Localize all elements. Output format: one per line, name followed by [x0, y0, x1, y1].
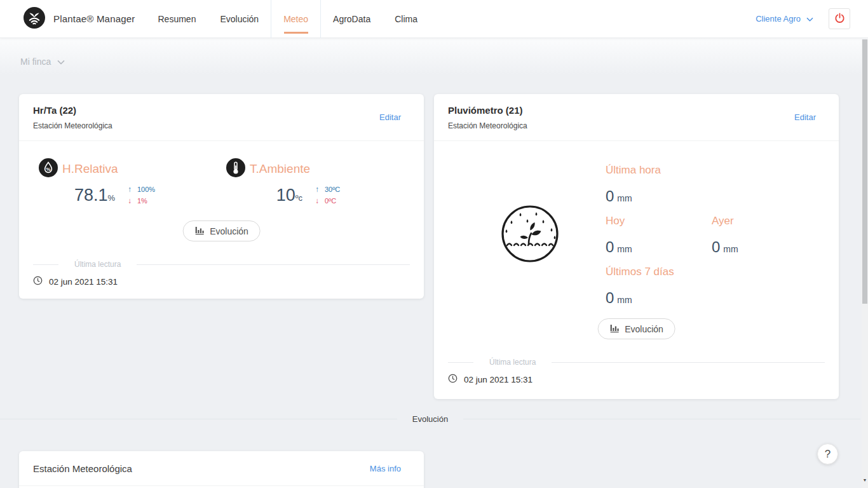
humidity-sensor: % H.Relativa 78.1% ↑ 100%: [39, 158, 155, 205]
brand-name: Plantae® Manager: [53, 13, 135, 24]
last-hour-value: 0 mm: [606, 188, 828, 207]
temperature-icon: [226, 158, 245, 180]
yesterday-value: 0 mm: [712, 239, 818, 257]
timestamp-value: 02 jun 2021 15:31: [464, 375, 532, 384]
last-reading-label: Última lectura: [74, 260, 121, 269]
user-menu[interactable]: Cliente Agro: [756, 14, 813, 24]
last-reading-timestamp: 02 jun 2021 15:31: [33, 276, 118, 287]
clock-icon: [448, 374, 458, 385]
brand[interactable]: Plantae® Manager: [24, 7, 135, 31]
user-menu-label: Cliente Agro: [756, 14, 801, 24]
navbar-right: Cliente Agro: [756, 8, 850, 29]
min-value: 0ºC: [325, 197, 336, 205]
evolution-section-divider: Evolución: [0, 414, 860, 424]
last-hour-label: Última hora: [606, 164, 828, 177]
header-divider: [434, 140, 839, 141]
farm-selector[interactable]: Mi finca: [20, 57, 65, 67]
sensor-minmax: ↑ 100% ↓ 1%: [128, 185, 155, 205]
scrollbar-thumb[interactable]: [862, 39, 867, 304]
tab-agrodata[interactable]: AgroData: [321, 0, 383, 38]
edit-link[interactable]: Editar: [794, 112, 816, 122]
sensor-minmax: ↑ 30ºC ↓ 0ºC: [315, 185, 340, 205]
tab-meteo[interactable]: Meteo: [271, 0, 321, 38]
card-title: Pluviómetro (21): [448, 105, 527, 116]
power-icon: [834, 13, 845, 25]
station-info-card: Estación Meteorológica Más info: [19, 451, 424, 488]
header-divider: [19, 140, 424, 141]
bar-chart-icon: [194, 226, 204, 237]
timestamp-value: 02 jun 2021 15:31: [49, 277, 118, 287]
card-header: Estación Meteorológica Más info: [19, 451, 424, 486]
evolution-section-title: Evolución: [412, 414, 448, 424]
sensor-name: T.Ambiente: [250, 162, 310, 176]
last-reading-timestamp: 02 jun 2021 15:31: [448, 374, 532, 385]
rain-gauge-icon: [501, 205, 559, 263]
tab-clima[interactable]: Clima: [383, 0, 430, 38]
max-value: 30ºC: [325, 186, 340, 193]
temperature-sensor: T.Ambiente 10ºc ↑ 30ºC ↓ 0ºC: [226, 158, 340, 205]
sensor-value: 78.1%: [39, 186, 115, 205]
more-info-link[interactable]: Más info: [370, 464, 401, 473]
chevron-down-icon: [57, 57, 65, 67]
today-value: 0 mm: [606, 239, 712, 257]
scrollbar[interactable]: ▼: [862, 39, 868, 488]
tab-evolucion[interactable]: Evolución: [208, 0, 271, 38]
svg-text:%: %: [46, 166, 50, 172]
evolution-button[interactable]: Evolución: [182, 220, 261, 241]
today-label: Hoy: [606, 215, 712, 227]
sensor-card-hrta: Hr/Ta (22) Estación Meteorológica Editar…: [19, 94, 424, 299]
rain-readings: Última hora 0 mm Hoy 0 mm Ayer: [606, 164, 828, 316]
card-title: Hr/Ta (22): [33, 105, 112, 116]
arrow-up-icon: ↑: [128, 185, 132, 194]
sensor-name: H.Relativa: [62, 162, 118, 176]
min-value: 1%: [137, 197, 147, 205]
max-value: 100%: [137, 186, 155, 193]
arrow-down-icon: ↓: [128, 196, 132, 205]
last-reading-divider: Última lectura: [33, 260, 410, 269]
station-title: Estación Meteorológica: [33, 463, 132, 474]
sensor-value: 10ºc: [226, 186, 302, 205]
logout-button[interactable]: [829, 8, 850, 29]
plantae-logo-icon: [24, 7, 45, 31]
chevron-down-icon: [806, 14, 813, 24]
last-7-days-value: 0 mm: [606, 290, 828, 308]
top-navbar: Plantae® Manager Resumen Evolución Meteo…: [0, 0, 868, 38]
card-header: Hr/Ta (22) Estación Meteorológica Editar: [19, 94, 424, 130]
scrollbar-down-arrow-icon[interactable]: ▼: [862, 478, 868, 482]
evolution-button-label: Evolución: [210, 226, 248, 236]
yesterday-label: Ayer: [712, 215, 818, 227]
last-reading-label: Última lectura: [489, 358, 536, 367]
main-nav: Resumen Evolución Meteo AgroData Clima: [146, 0, 430, 38]
evolution-button[interactable]: Evolución: [597, 318, 675, 339]
card-subtitle: Estación Meteorológica: [33, 121, 112, 130]
humidity-icon: %: [39, 158, 58, 180]
main-content: Mi finca Hr/Ta (22) Estación Meteorológi…: [0, 38, 868, 488]
last-7-days-label: Últimos 7 días: [606, 266, 828, 278]
rain-card-pluviometro: Pluviómetro (21) Estación Meteorológica …: [434, 94, 839, 399]
bar-chart-icon: [609, 323, 619, 335]
clock-icon: [33, 276, 43, 287]
arrow-down-icon: ↓: [315, 196, 319, 205]
edit-link[interactable]: Editar: [379, 112, 401, 122]
farm-selector-label: Mi finca: [20, 57, 51, 67]
last-reading-divider: Última lectura: [448, 358, 825, 367]
card-subtitle: Estación Meteorológica: [448, 121, 527, 130]
app-window: Plantae® Manager Resumen Evolución Meteo…: [0, 0, 868, 488]
card-header: Pluviómetro (21) Estación Meteorológica …: [434, 94, 839, 130]
help-button[interactable]: ?: [817, 444, 838, 464]
evolution-button-label: Evolución: [625, 324, 663, 334]
arrow-up-icon: ↑: [315, 185, 319, 194]
tab-resumen[interactable]: Resumen: [146, 0, 208, 38]
